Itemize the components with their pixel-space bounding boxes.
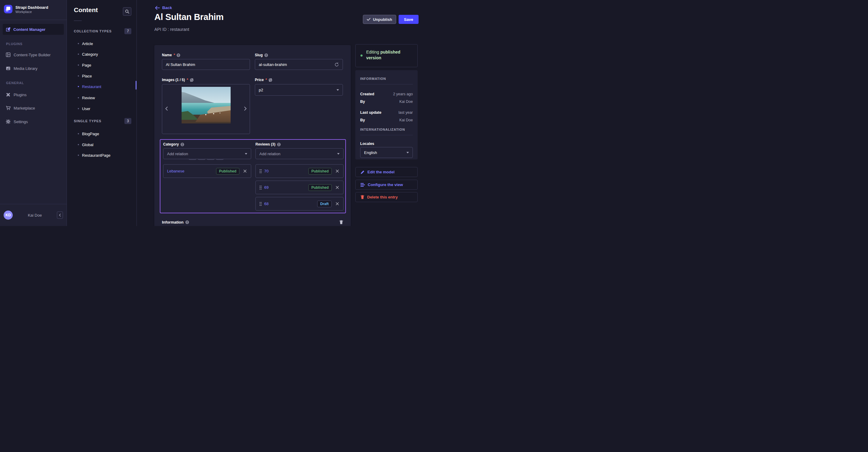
edit-model-button[interactable]: Edit the model xyxy=(355,167,417,177)
sidebar-item-media-library[interactable]: Media Library xyxy=(3,63,64,74)
price-field-label: Price* xyxy=(255,78,272,82)
sidebar-item-content-type-builder[interactable]: Content-Type Builder xyxy=(3,49,64,60)
sidebar-item-label: Settings xyxy=(13,120,28,124)
select-placeholder: Add relation xyxy=(167,152,188,156)
remove-relation-button[interactable] xyxy=(334,201,340,207)
subnav-item-blogpage[interactable]: BlogPage xyxy=(78,129,129,138)
required-mark: * xyxy=(266,78,267,82)
puzzle-icon xyxy=(6,92,10,97)
collection-types-header: COLLECTION TYPES 7 xyxy=(74,28,131,34)
divider xyxy=(74,21,82,21)
globe-icon xyxy=(277,142,281,147)
workspace-header[interactable]: Strapi Dashboard Workplace xyxy=(0,0,67,20)
subnav-item-category[interactable]: Category xyxy=(78,50,129,59)
single-types-header: SINGLE TYPES 3 xyxy=(74,118,131,124)
delete-entry-label: Delete this entry xyxy=(367,195,398,199)
subnav-item-page[interactable]: Page xyxy=(78,61,129,70)
slug-input[interactable]: al-sultan-brahim xyxy=(255,59,343,70)
edit-form-card: Name* Al Sultan Brahim Slug al-sultan-br… xyxy=(154,45,351,226)
bullet-icon xyxy=(78,155,79,156)
subnav-item-label: RestaurantPage xyxy=(82,153,111,158)
information-panel: INFORMATION Created 2 years ago By Kai D… xyxy=(355,70,417,159)
strapi-app: Strapi Dashboard Workplace Content Manag… xyxy=(0,0,434,226)
drag-handle-icon[interactable] xyxy=(259,169,262,173)
subnav-item-restaurantpage[interactable]: RestaurantPage xyxy=(78,151,129,160)
required-mark: * xyxy=(174,53,175,57)
scrollbar-thumb[interactable] xyxy=(135,81,136,90)
info-row-created-by: By Kai Doe xyxy=(360,100,413,104)
locale-select[interactable]: English xyxy=(360,147,413,158)
globe-icon xyxy=(177,53,180,57)
relation-link[interactable]: 68 xyxy=(264,201,315,206)
avatar[interactable]: KD xyxy=(4,211,13,220)
subnav-item-restaurant[interactable]: Restaurant xyxy=(78,82,129,91)
subnav-item-label: Global xyxy=(82,142,94,147)
subnav-item-label: User xyxy=(82,106,90,111)
globe-icon xyxy=(180,142,184,147)
remove-relation-button[interactable] xyxy=(334,185,340,191)
required-mark: * xyxy=(187,78,188,82)
price-value: p2 xyxy=(259,88,263,92)
save-button[interactable]: Save xyxy=(399,15,418,24)
regenerate-icon[interactable] xyxy=(334,62,339,67)
field-label-text: Images (1 / 5) xyxy=(162,78,185,82)
remove-relation-button[interactable] xyxy=(334,168,340,174)
subnav-item-global[interactable]: Global xyxy=(78,140,129,149)
trash-icon xyxy=(361,195,364,199)
info-row-updated-by: By Kai Doe xyxy=(360,118,413,122)
back-link[interactable]: Back xyxy=(155,5,172,10)
subnav-item-user[interactable]: User xyxy=(78,104,129,113)
status-badge: Draft xyxy=(317,201,332,207)
restaurant-photo[interactable] xyxy=(182,87,230,123)
sidebar-item-label: Plugins xyxy=(13,93,27,97)
subnav-item-place[interactable]: Place xyxy=(78,71,129,80)
information-panel-title: INFORMATION xyxy=(360,77,386,80)
information-component-label: Information xyxy=(162,220,339,225)
name-input[interactable]: Al Sultan Brahim xyxy=(162,59,250,70)
subnav-item-label: BlogPage xyxy=(82,132,99,136)
status-badge: Published xyxy=(216,168,239,174)
field-label-text: Name xyxy=(162,53,172,57)
relation-link[interactable]: 69 xyxy=(264,185,306,190)
user-name: Kai Doe xyxy=(13,213,57,218)
search-button[interactable] xyxy=(123,7,131,16)
reviews-add-relation-select[interactable]: Add relation xyxy=(255,148,343,159)
locales-label: Locales xyxy=(360,141,374,146)
carousel-next-button[interactable] xyxy=(243,106,248,111)
image-icon xyxy=(6,66,10,71)
sidebar-item-plugins[interactable]: Plugins xyxy=(3,89,64,100)
subnav-item-label: Page xyxy=(82,63,91,67)
subnav-item-review[interactable]: Review xyxy=(78,93,129,102)
editing-status-normal: Editing xyxy=(366,50,379,55)
configure-view-button[interactable]: Configure the view xyxy=(355,180,417,190)
relation-link[interactable]: Lebanese xyxy=(167,169,214,173)
relation-link[interactable]: 70 xyxy=(264,169,306,173)
bullet-icon xyxy=(78,54,79,55)
subnav-item-label: Restaurant xyxy=(82,85,101,89)
delete-entry-button[interactable]: Delete this entry xyxy=(355,192,417,202)
unpublish-button[interactable]: Unpublish xyxy=(363,15,396,24)
subnav-item-article[interactable]: Article xyxy=(78,39,129,48)
bullet-icon xyxy=(78,133,79,134)
info-row-value: Kai Doe xyxy=(400,118,413,122)
search-icon xyxy=(125,9,129,13)
info-row-last-update: Last update last year xyxy=(360,110,413,115)
sidebar-item-marketplace[interactable]: Marketplace xyxy=(3,103,64,114)
globe-strikethrough-icon xyxy=(269,78,272,82)
collapse-sidebar-button[interactable] xyxy=(57,212,63,219)
globe-strikethrough-icon xyxy=(190,78,194,82)
price-select[interactable]: p2 xyxy=(255,84,343,96)
carousel-prev-button[interactable] xyxy=(164,106,169,111)
sidebar-item-content-manager[interactable]: Content Manager xyxy=(3,24,64,35)
name-value: Al Sultan Brahim xyxy=(166,62,195,67)
bullet-icon xyxy=(78,97,79,98)
drag-handle-icon[interactable] xyxy=(259,186,262,190)
remove-relation-button[interactable] xyxy=(242,168,248,174)
reviews-field-label: Reviews (3) xyxy=(255,142,281,147)
category-add-relation-select[interactable]: Add relation xyxy=(163,148,251,159)
relations-zone-highlight: Category Add relation Lebanese Published… xyxy=(160,139,346,213)
sidebar-item-settings[interactable]: Settings xyxy=(3,116,64,127)
drag-handle-icon[interactable] xyxy=(259,202,262,206)
back-label: Back xyxy=(162,5,172,10)
delete-component-button[interactable] xyxy=(339,220,343,225)
